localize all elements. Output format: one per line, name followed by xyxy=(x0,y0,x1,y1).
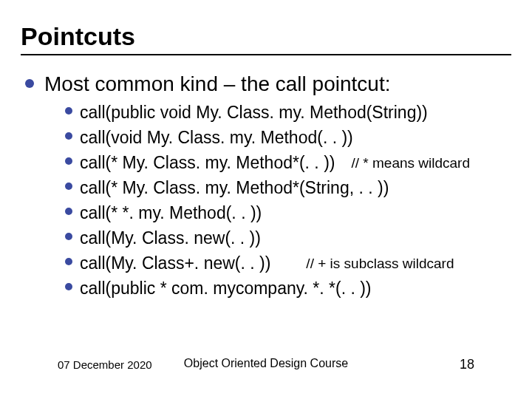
list-item: call(My. Class+. new(. . )) // + is subc… xyxy=(65,250,511,276)
list-item: call(void My. Class. my. Method(. . )) xyxy=(65,125,511,150)
bullet-level1: Most common kind – the call pointcut: xyxy=(25,72,511,97)
list-item-text: call(void My. Class. my. Method(. . )) xyxy=(80,125,353,150)
bullet-level1-text: Most common kind – the call pointcut: xyxy=(44,72,390,97)
bullet-icon xyxy=(65,208,72,215)
list-item-text: call(* My. Class. my. Method*(. . )) xyxy=(80,150,335,175)
slide: Pointcuts Most common kind – the call po… xyxy=(0,0,532,399)
list-item-text: call(My. Class. new(. . )) xyxy=(80,225,261,250)
list-item-text: call(* My. Class. my. Method*(String, . … xyxy=(80,175,389,200)
bullet-icon xyxy=(65,183,72,190)
bullet-icon xyxy=(65,233,72,240)
slide-footer: 07 December 2020 Object Oriented Design … xyxy=(0,357,532,372)
list-item-comment: // * means wildcard xyxy=(351,151,470,176)
list-item: call(* *. my. Method(. . )) xyxy=(65,200,511,225)
bullet-icon xyxy=(65,132,72,140)
footer-date: 07 December 2020 xyxy=(58,358,152,371)
list-item-text: call(public void My. Class. my. Method(S… xyxy=(80,100,428,125)
list-item: call(public void My. Class. my. Method(S… xyxy=(65,100,511,125)
slide-body: Most common kind – the call pointcut: ca… xyxy=(21,72,511,301)
list-item: call(My. Class. new(. . )) xyxy=(65,225,511,250)
list-item: call(public * com. mycompany. *. *(. . )… xyxy=(65,276,511,301)
bullet-icon xyxy=(65,283,72,290)
slide-title: Pointcuts xyxy=(21,22,511,51)
footer-course: Object Oriented Design Course xyxy=(184,357,348,370)
list-item-text: call(My. Class+. new(. . )) xyxy=(80,250,270,276)
bullet-icon xyxy=(65,107,72,115)
title-rule xyxy=(21,54,511,55)
list-item-comment: // + is subclass wildcard xyxy=(306,251,454,276)
bullet-icon xyxy=(25,79,34,88)
bullet-icon xyxy=(65,157,72,165)
bullet-icon xyxy=(65,258,72,265)
list-item-text: call(* *. my. Method(. . )) xyxy=(80,200,262,225)
list-item-text: call(public * com. mycompany. *. *(. . )… xyxy=(80,276,372,301)
bullet-level2-group: call(public void My. Class. my. Method(S… xyxy=(65,100,511,301)
list-item: call(* My. Class. my. Method*(String, . … xyxy=(65,175,511,200)
footer-page-number: 18 xyxy=(460,357,474,372)
list-item: call(* My. Class. my. Method*(. . )) // … xyxy=(65,150,511,175)
